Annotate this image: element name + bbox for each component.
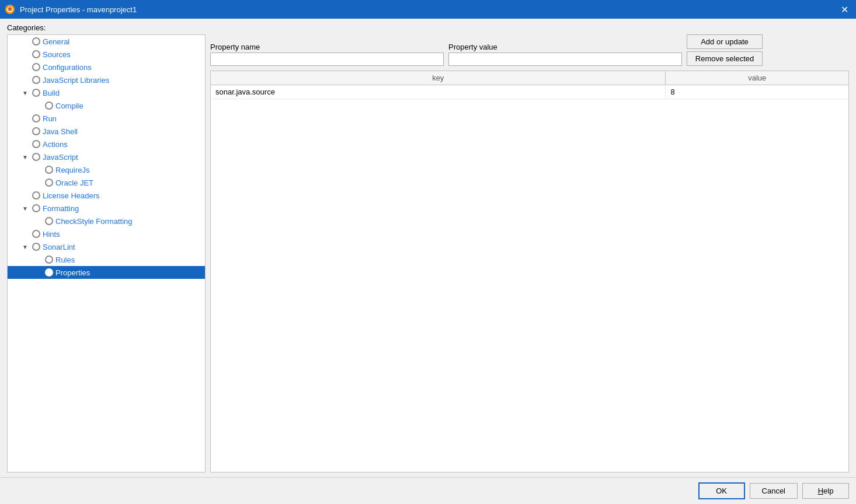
tree-item-sources[interactable]: Sources: [8, 48, 205, 61]
tree-label-requirejs: RequireJs: [55, 166, 90, 174]
tree-label-hints: Hints: [43, 230, 60, 239]
tree-item-configurations[interactable]: Configurations: [8, 61, 205, 74]
col-value: value: [666, 71, 848, 85]
tree-panel: GeneralSourcesConfigurationsJavaScript L…: [7, 34, 206, 473]
tree-label-run: Run: [43, 114, 57, 123]
tree-label-sonarlint: SonarLint: [43, 243, 75, 251]
circle-icon-build: [32, 89, 40, 97]
titlebar-left: Project Properties - mavenproject1: [5, 4, 137, 15]
expand-arrow-formatting: ▼: [20, 204, 30, 213]
tree-item-sonarlint[interactable]: ▼SonarLint: [8, 240, 205, 253]
property-name-group: Property name: [210, 43, 444, 66]
tree-item-hints[interactable]: Hints: [8, 228, 205, 240]
close-button[interactable]: ✕: [837, 2, 851, 16]
cell-value: 8: [666, 85, 848, 99]
table-header-row: key value: [211, 71, 848, 85]
expand-arrow-sources: [20, 50, 30, 59]
expand-arrow-run: [20, 114, 30, 123]
tree-item-formatting[interactable]: ▼Formatting: [8, 202, 205, 215]
properties-table-container: key value sonar.java.source8: [210, 71, 849, 473]
ok-button[interactable]: OK: [698, 482, 745, 499]
circle-icon-javascript-libraries: [32, 76, 40, 84]
cancel-button[interactable]: Cancel: [750, 483, 798, 499]
circle-icon-hints: [32, 230, 40, 238]
content-panel: Property name Property value Add or upda…: [210, 34, 849, 473]
expand-arrow-properties: [33, 268, 43, 277]
cell-key: sonar.java.source: [211, 85, 666, 99]
circle-icon-java-shell: [32, 127, 40, 135]
circle-icon-compile: [45, 102, 53, 110]
circle-icon-sources: [32, 50, 40, 58]
circle-icon-license-headers: [32, 191, 40, 200]
tree-item-run[interactable]: Run: [8, 112, 205, 125]
tree-item-compile[interactable]: Compile: [8, 99, 205, 112]
tree-label-oracle-jet: Oracle JET: [55, 178, 93, 187]
tree-label-javascript: JavaScript: [43, 153, 78, 162]
tree-item-checkstyle-formatting[interactable]: CheckStyle Formatting: [8, 215, 205, 228]
expand-arrow-compile: [33, 101, 43, 110]
circle-icon-requirejs: [45, 166, 53, 174]
circle-icon-actions: [32, 140, 40, 148]
tree-label-general: General: [43, 37, 69, 46]
property-value-input[interactable]: [448, 52, 682, 66]
expand-arrow-oracle-jet: [33, 178, 43, 187]
circle-icon-sonarlint: [32, 243, 40, 251]
tree-label-properties: Properties: [55, 268, 90, 277]
expand-arrow-build: ▼: [20, 88, 30, 97]
tree-label-compile: Compile: [55, 102, 83, 110]
properties-table: key value sonar.java.source8: [211, 71, 848, 99]
tree-item-general[interactable]: General: [8, 35, 205, 48]
tree-item-actions[interactable]: Actions: [8, 138, 205, 150]
dialog-footer: OK Cancel Help: [0, 477, 856, 504]
circle-icon-run: [32, 114, 40, 123]
remove-selected-button[interactable]: Remove selected: [687, 51, 763, 66]
circle-icon-checkstyle-formatting: [45, 217, 53, 225]
help-h-letter: H: [818, 487, 823, 495]
tree-label-rules: Rules: [55, 256, 75, 264]
property-name-input[interactable]: [210, 52, 444, 66]
tree-item-requirejs[interactable]: RequireJs: [8, 163, 205, 176]
tree-item-license-headers[interactable]: License Headers: [8, 189, 205, 202]
action-buttons-group: Add or update Remove selected: [687, 34, 763, 66]
tree-item-build[interactable]: ▼Build: [8, 86, 205, 99]
expand-arrow-javascript: ▼: [20, 152, 30, 162]
tree-item-oracle-jet[interactable]: Oracle JET: [8, 176, 205, 189]
tree-item-properties[interactable]: Properties: [8, 266, 205, 279]
help-rest: elp: [823, 487, 833, 495]
dialog-body: Categories: GeneralSourcesConfigurations…: [0, 19, 856, 477]
expand-arrow-actions: [20, 139, 30, 149]
table-row[interactable]: sonar.java.source8: [211, 85, 848, 99]
main-content: GeneralSourcesConfigurationsJavaScript L…: [7, 34, 849, 473]
help-button[interactable]: Help: [802, 483, 849, 499]
circle-icon-javascript: [32, 153, 40, 161]
expand-arrow-sonarlint: ▼: [20, 242, 30, 251]
circle-icon-configurations: [32, 63, 40, 71]
property-value-label: Property value: [448, 43, 682, 51]
tree-item-java-shell[interactable]: Java Shell: [8, 125, 205, 138]
tree-item-rules[interactable]: Rules: [8, 253, 205, 266]
dialog-title: Project Properties - mavenproject1: [20, 5, 137, 14]
tree-label-sources: Sources: [43, 50, 71, 59]
tree-label-formatting: Formatting: [43, 204, 79, 213]
tree-label-java-shell: Java Shell: [43, 127, 78, 136]
expand-arrow-rules: [33, 255, 43, 264]
tree-item-javascript[interactable]: ▼JavaScript: [8, 150, 205, 163]
tree-label-javascript-libraries: JavaScript Libraries: [43, 76, 109, 85]
expand-arrow-license-headers: [20, 191, 30, 200]
circle-icon-general: [32, 37, 40, 46]
property-inputs: Property name Property value Add or upda…: [210, 34, 849, 66]
tree-label-build: Build: [43, 89, 60, 97]
expand-arrow-checkstyle-formatting: [33, 216, 43, 226]
add-or-update-button[interactable]: Add or update: [687, 34, 763, 49]
app-icon: [5, 4, 15, 15]
property-name-label: Property name: [210, 43, 444, 51]
categories-label: Categories:: [7, 23, 849, 32]
tree-item-javascript-libraries[interactable]: JavaScript Libraries: [8, 74, 205, 86]
expand-arrow-javascript-libraries: [20, 75, 30, 85]
project-properties-dialog: Project Properties - mavenproject1 ✕ Cat…: [0, 0, 856, 504]
circle-icon-properties: [45, 268, 53, 276]
expand-arrow-configurations: [20, 62, 30, 72]
tree-label-license-headers: License Headers: [43, 191, 100, 200]
expand-arrow-hints: [20, 229, 30, 239]
circle-icon-rules: [45, 256, 53, 264]
